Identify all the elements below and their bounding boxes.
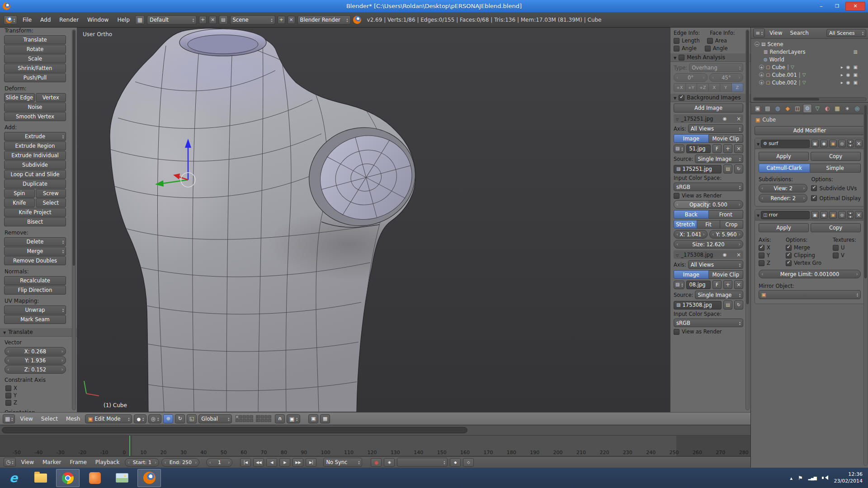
tab-modifiers[interactable] [803, 104, 812, 113]
tool-extrude[interactable]: Extrude [4, 132, 66, 141]
scrollbar-thumb[interactable] [746, 30, 749, 304]
selectable-toggle-icon[interactable] [841, 65, 843, 70]
record-button[interactable] [371, 458, 382, 467]
render-subdivisions-field[interactable]: Render: 2 [759, 194, 807, 202]
scrollbar-thumb[interactable] [73, 30, 75, 266]
mesh-analysis-panel-header[interactable]: Mesh Analysis [670, 53, 750, 62]
play-reverse-button[interactable]: ◀ [266, 458, 277, 467]
optimal-display-checkbox[interactable] [811, 195, 817, 201]
menu-playback[interactable]: Playback [92, 459, 123, 465]
keying-set-dropdown[interactable] [397, 458, 448, 467]
renderable-toggle-icon[interactable] [854, 80, 858, 85]
layer-cell[interactable] [246, 415, 250, 418]
axis-plus-x-button[interactable]: +X [674, 83, 686, 92]
axis-plus-z-button[interactable]: +Z [697, 83, 709, 92]
outliner-item-cube002[interactable]: Cube.002 [751, 79, 868, 86]
delete-keyframe-button[interactable] [463, 458, 474, 467]
manipulator-scale-toggle[interactable] [187, 414, 197, 423]
clipping-checkbox[interactable] [786, 253, 792, 258]
image-source-dropdown[interactable]: Single Image [695, 291, 743, 299]
copy-button[interactable]: Copy [811, 223, 861, 232]
background-images-checkbox[interactable] [679, 95, 684, 101]
bgimage-axis-dropdown[interactable]: All Views [688, 124, 743, 133]
outliner-item-scene[interactable]: Scene [751, 40, 868, 48]
bgimage-axis-dropdown[interactable]: All Views [688, 260, 743, 269]
tab-constraints[interactable] [793, 104, 802, 113]
snap-toggle[interactable] [275, 414, 285, 423]
back-button[interactable]: Back [674, 210, 709, 219]
constraint-z-checkbox[interactable] [5, 400, 11, 406]
modifier-name-field[interactable]: surf [761, 140, 810, 148]
screen-layout-icon[interactable] [135, 15, 145, 24]
catmull-clark-button[interactable]: Catmull-Clark [759, 164, 810, 173]
action-center-icon[interactable] [798, 475, 803, 481]
offset-y-field[interactable]: Y: 5.960 [709, 230, 743, 239]
tool-rotate[interactable]: Rotate [4, 45, 66, 54]
tool-push-pull[interactable]: Push/Pull [4, 73, 66, 82]
npanel-scrollbar[interactable] [745, 29, 750, 410]
move-up-button[interactable]: ▲ [847, 211, 854, 215]
jump-to-end-button[interactable]: ▶| [306, 458, 316, 467]
view-as-render-checkbox[interactable] [674, 193, 679, 199]
stretch-button[interactable]: Stretch [674, 220, 697, 229]
editor-type-button[interactable] [3, 414, 15, 423]
outliner-item-cube[interactable]: Cube [751, 63, 868, 71]
volume-icon[interactable] [822, 475, 829, 481]
image-datablock-field[interactable]: 51.jpg [686, 145, 711, 153]
tab-world[interactable] [773, 104, 782, 113]
axis-y-button[interactable]: Y [720, 83, 732, 92]
tool-subdivide[interactable]: Subdivide [4, 160, 66, 169]
renderlayer-toggle-icon[interactable] [854, 50, 858, 54]
blender-taskbar-icon[interactable] [137, 469, 161, 487]
unlink-image-button[interactable] [734, 280, 743, 289]
scrollbar-thumb[interactable] [864, 105, 867, 278]
scene-icon-button[interactable] [219, 15, 227, 24]
analysis-min-field[interactable]: 0° [674, 73, 708, 82]
layer-cell[interactable] [236, 415, 239, 418]
internet-explorer-icon[interactable]: e [2, 469, 25, 487]
outliner-item-world[interactable]: World [751, 56, 868, 63]
layer-cell[interactable] [250, 415, 253, 418]
image-browse-dropdown[interactable] [674, 281, 684, 289]
editor-type-button[interactable] [4, 15, 17, 24]
image-datablock-field[interactable]: 08.jpg [686, 281, 711, 289]
tool-knife-project[interactable]: Knife Project [4, 208, 66, 217]
simple-button[interactable]: Simple [810, 164, 861, 173]
mirror-y-checkbox[interactable] [759, 253, 764, 258]
texture-u-checkbox[interactable] [833, 245, 839, 251]
cage-toggle[interactable] [838, 211, 846, 219]
end-frame-field[interactable]: End: 250 [161, 458, 199, 467]
mirror-z-checkbox[interactable] [759, 260, 764, 266]
current-frame-field[interactable]: 1 [206, 458, 232, 467]
delete-layout-button[interactable]: × [209, 16, 217, 24]
mirror-object-dropdown[interactable] [759, 290, 861, 299]
outliner-scrollbar[interactable] [753, 97, 867, 101]
merge-checkbox[interactable] [786, 245, 792, 251]
image-tab[interactable]: Image [674, 134, 709, 143]
bgimage-entry-header[interactable]: _175308.jpg [674, 250, 743, 259]
selectable-toggle-icon[interactable] [841, 80, 843, 85]
manipulator-toggle[interactable] [163, 414, 173, 423]
tool-screw[interactable]: Screw [36, 189, 66, 198]
tool-translate[interactable]: Translate [4, 35, 66, 44]
visibility-toggle-icon[interactable] [846, 73, 850, 77]
modifier-header[interactable]: surf ▲ ▼ [755, 138, 864, 149]
timeline-frame-area[interactable]: -50-40-30-20-100102030405060708090100110… [0, 436, 750, 456]
next-keyframe-button[interactable]: ▶▶ [292, 458, 303, 467]
eye-icon[interactable] [723, 117, 727, 121]
window-titlebar[interactable]: Blender* [C:\Users\Roldan\Desktop\pERSON… [0, 0, 868, 12]
delete-scene-button[interactable]: × [288, 16, 295, 24]
layer-cell[interactable] [257, 415, 260, 418]
mesh-canvas[interactable] [77, 28, 670, 412]
image-browse-dropdown[interactable] [674, 145, 684, 153]
subdivide-uvs-checkbox[interactable] [811, 185, 817, 191]
face-angle-checkbox[interactable] [705, 46, 711, 52]
tool-remove-doubles[interactable]: Remove Doubles [4, 256, 66, 265]
menu-add[interactable]: Add [37, 17, 54, 23]
layer-cell[interactable] [268, 419, 271, 422]
layer-cell[interactable] [257, 419, 260, 422]
fit-button[interactable]: Fit [697, 220, 720, 229]
tool-noise[interactable]: Noise [4, 103, 66, 112]
close-button[interactable] [845, 2, 865, 11]
tool-extrude-individual[interactable]: Extrude Individual [4, 151, 66, 160]
